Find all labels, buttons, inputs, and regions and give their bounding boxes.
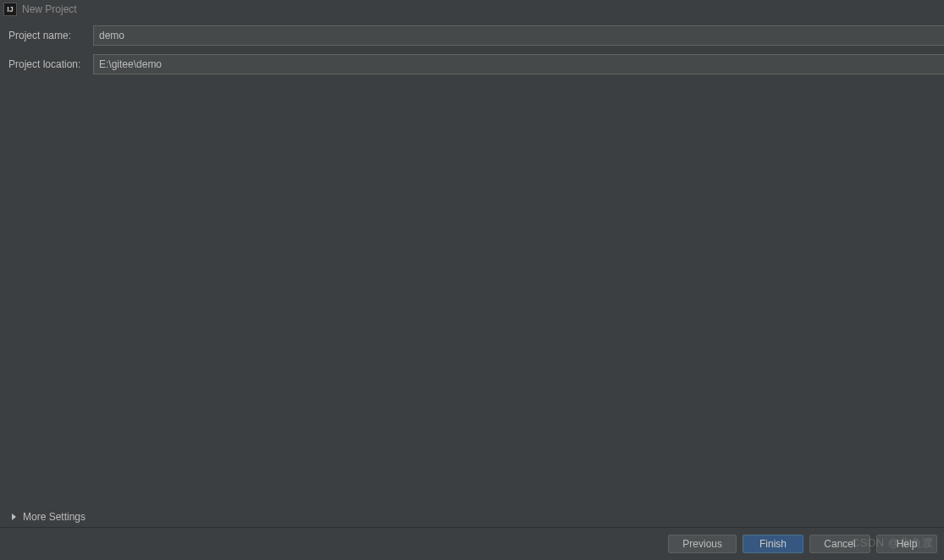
app-icon: IJ	[3, 3, 17, 16]
project-name-input[interactable]	[93, 25, 944, 46]
more-settings-toggle[interactable]: More Settings	[12, 511, 86, 523]
chevron-right-icon	[12, 513, 16, 520]
button-bar: Previous Finish Cancel Help	[668, 535, 937, 553]
more-settings-label: More Settings	[23, 511, 86, 523]
project-name-label: Project name:	[8, 30, 93, 41]
previous-button[interactable]: Previous	[668, 535, 737, 553]
help-button[interactable]: Help	[876, 535, 937, 553]
project-location-input[interactable]	[93, 54, 944, 74]
separator	[0, 527, 944, 528]
finish-button[interactable]: Finish	[743, 535, 803, 553]
project-location-row: Project location:	[0, 54, 944, 74]
form-area: Project name: Project location:	[0, 19, 944, 74]
window-title: New Project	[22, 3, 77, 15]
project-location-label: Project location:	[8, 58, 93, 70]
project-name-row: Project name:	[0, 25, 944, 46]
title-bar: IJ New Project	[0, 0, 944, 19]
cancel-button[interactable]: Cancel	[809, 535, 870, 553]
